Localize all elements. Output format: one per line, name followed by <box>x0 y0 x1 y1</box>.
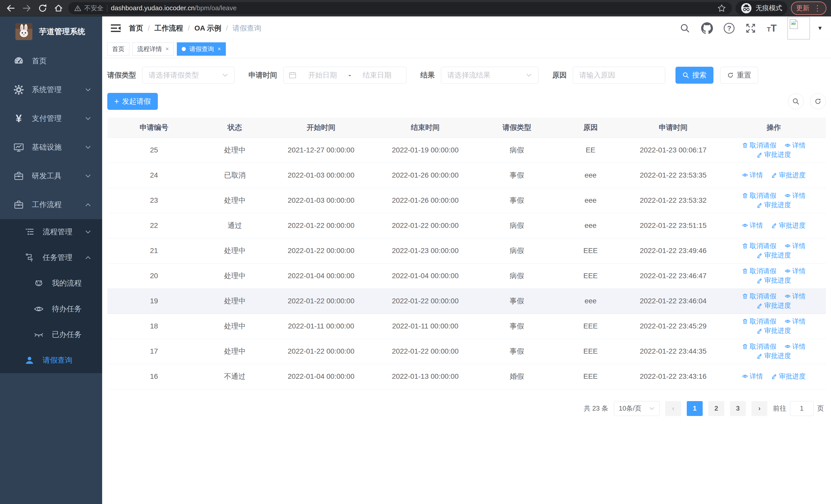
address-bar[interactable]: 不安全 dashboard.yudao.iocoder.cn/bpm/oa/le… <box>68 2 732 14</box>
tab-process-detail[interactable]: 流程详情× <box>133 42 174 56</box>
github-icon[interactable] <box>701 22 713 34</box>
apply-time-range-picker[interactable]: 开始日期 - 结束日期 <box>283 67 406 84</box>
sidebar-item-pay[interactable]: ¥ 支付管理 <box>0 104 102 133</box>
detail-link[interactable]: 详情 <box>784 317 806 326</box>
app-logo-row[interactable]: 芋道管理系统 <box>0 17 102 47</box>
magnifier-icon <box>682 72 689 79</box>
create-leave-button[interactable]: + 发起请假 <box>107 93 158 110</box>
page-size-select[interactable]: 10条/页 <box>614 401 660 416</box>
filter-form: 请假类型 请选择请假类型 申请时间 开始日期 - 结束日期 <box>107 67 826 84</box>
cancel-leave-link[interactable]: 取消请假 <box>742 317 776 326</box>
fullscreen-icon[interactable] <box>745 23 756 34</box>
tab-leave-query[interactable]: 请假查询× <box>177 42 226 56</box>
sidebar-item-infra[interactable]: 基础设施 <box>0 133 102 162</box>
approval-progress-link[interactable]: 审批进度 <box>771 372 806 381</box>
browser-back-icon[interactable] <box>5 2 17 14</box>
browser-home-icon[interactable] <box>52 2 65 14</box>
sidebar-item-label: 我的流程 <box>52 278 82 289</box>
approval-progress-link[interactable]: 审批进度 <box>756 150 791 159</box>
close-icon[interactable]: × <box>218 46 221 52</box>
cell-status: 不通过 <box>201 364 269 389</box>
tab-home[interactable]: 首页 <box>107 42 130 56</box>
detail-link[interactable]: 详情 <box>784 191 806 200</box>
detail-link[interactable]: 详情 <box>742 372 763 381</box>
chevron-down-icon <box>85 173 91 179</box>
browser-reload-icon[interactable] <box>36 2 49 14</box>
cancel-leave-link[interactable]: 取消请假 <box>742 141 776 150</box>
sidebar-item-home[interactable]: 首页 <box>0 47 102 76</box>
cell-leave-type: 病假 <box>477 213 556 238</box>
date-end-placeholder[interactable]: 结束日期 <box>353 70 401 80</box>
sidebar-item-workflow[interactable]: 工作流程 <box>0 190 102 219</box>
approval-progress-link[interactable]: 审批进度 <box>756 351 791 360</box>
bookmark-star-icon[interactable] <box>717 4 726 13</box>
goto-suffix: 页 <box>817 404 824 413</box>
cell-leave-type: 事假 <box>477 188 556 213</box>
sidebar-item-system[interactable]: 系统管理 <box>0 76 102 104</box>
detail-link[interactable]: 详情 <box>742 171 763 180</box>
browser-update-button[interactable]: 更新 ⋮ <box>791 2 826 15</box>
avatar[interactable] <box>787 17 810 39</box>
date-start-placeholder[interactable]: 开始日期 <box>298 70 346 80</box>
page-button-3[interactable]: 3 <box>730 401 746 416</box>
col-apply-time: 申请时间 <box>625 118 722 138</box>
cell-apply-id: 23 <box>107 188 201 213</box>
detail-link[interactable]: 详情 <box>784 292 806 301</box>
reset-button[interactable]: 重置 <box>720 67 758 84</box>
page-button-2[interactable]: 2 <box>708 401 724 416</box>
eye-icon <box>742 172 748 178</box>
detail-link[interactable]: 详情 <box>742 221 763 230</box>
sidebar-item-todo-task[interactable]: 待办任务 <box>0 296 102 322</box>
detail-link[interactable]: 详情 <box>784 141 806 150</box>
sidebar-collapse-icon[interactable] <box>110 23 121 33</box>
chevron-down-icon <box>85 115 91 122</box>
result-select[interactable]: 请选择流结果 <box>441 67 539 84</box>
hide-search-button[interactable] <box>788 93 804 109</box>
cell-end-time: 2022-01-22 00:00:00 <box>373 289 477 314</box>
approval-progress-link[interactable]: 审批进度 <box>756 200 791 209</box>
font-size-icon[interactable]: TT <box>767 23 777 34</box>
cancel-leave-link[interactable]: 取消请假 <box>742 292 776 301</box>
approval-progress-link[interactable]: 审批进度 <box>771 221 806 230</box>
approval-progress-link[interactable]: 审批进度 <box>756 301 791 310</box>
reason-input[interactable] <box>579 71 659 79</box>
cancel-leave-link[interactable]: 取消请假 <box>742 191 776 200</box>
next-page-button[interactable]: › <box>751 401 767 416</box>
browser-forward-icon[interactable] <box>21 2 33 14</box>
approval-progress-link[interactable]: 审批进度 <box>771 171 806 180</box>
approval-progress-link[interactable]: 审批进度 <box>756 276 791 285</box>
search-button[interactable]: 搜索 <box>676 67 713 84</box>
help-icon[interactable]: ? <box>724 23 735 34</box>
page-button-1[interactable]: 1 <box>687 401 703 416</box>
approval-progress-link[interactable]: 审批进度 <box>756 326 791 335</box>
prev-page-button[interactable]: ‹ <box>665 401 681 416</box>
total-count: 共 23 条 <box>584 404 608 413</box>
sidebar-item-done-task[interactable]: 已办任务 <box>0 322 102 348</box>
search-icon[interactable] <box>680 23 690 34</box>
detail-link[interactable]: 详情 <box>784 342 806 351</box>
detail-link[interactable]: 详情 <box>784 241 806 250</box>
sidebar-item-devtools[interactable]: 研发工具 <box>0 162 102 190</box>
sidebar-item-task-mgmt[interactable]: 任务管理 <box>0 245 102 270</box>
cancel-leave-link[interactable]: 取消请假 <box>742 241 776 250</box>
browser-menu-icon[interactable]: ⋮ <box>813 4 821 12</box>
breadcrumb-item[interactable]: 首页 <box>129 23 143 33</box>
pen-icon <box>756 252 763 259</box>
close-icon[interactable]: × <box>166 46 169 52</box>
cancel-leave-link[interactable]: 取消请假 <box>742 267 776 276</box>
refresh-table-button[interactable] <box>810 93 826 109</box>
goto-page-input[interactable] <box>790 401 813 416</box>
breadcrumb-item[interactable]: OA 示例 <box>195 23 222 33</box>
sidebar-item-leave-query[interactable]: 请假查询 <box>0 348 102 373</box>
breadcrumb-item[interactable]: 工作流程 <box>154 23 183 33</box>
detail-link[interactable]: 详情 <box>784 267 806 276</box>
table-row: 19 处理中 2022-01-22 00:00:00 2022-01-22 00… <box>107 289 826 314</box>
sidebar-item-my-process[interactable]: 我的流程 <box>0 270 102 296</box>
approval-progress-link[interactable]: 审批进度 <box>756 251 791 260</box>
cancel-leave-link[interactable]: 取消请假 <box>742 342 776 351</box>
user-menu-caret-icon[interactable]: ▼ <box>817 25 823 32</box>
sidebar-item-process-mgmt[interactable]: 流程管理 <box>0 219 102 245</box>
cell-apply-id: 18 <box>107 314 201 339</box>
sidebar-item-label: 系统管理 <box>32 85 62 95</box>
leave-type-select[interactable]: 请选择请假类型 <box>142 67 235 84</box>
